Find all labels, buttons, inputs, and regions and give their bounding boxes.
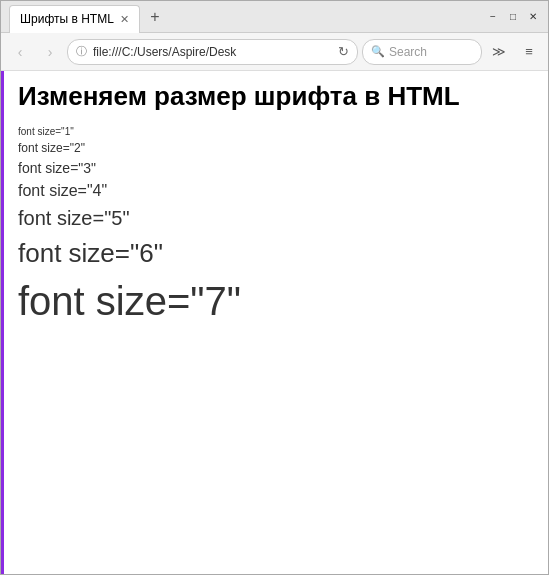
minimize-button[interactable]: − [486,10,500,24]
forward-button[interactable]: › [37,39,63,65]
list-item: font size="6" [18,238,534,269]
back-button[interactable]: ‹ [7,39,33,65]
address-text: file:///C:/Users/Aspire/Desk [93,45,332,59]
browser-window: Шрифты в HTML ✕ + − □ ✕ ‹ › ⓘ file:///C:… [0,0,549,575]
search-icon: 🔍 [371,45,385,58]
title-bar: Шрифты в HTML ✕ + − □ ✕ [1,1,548,33]
list-item: font size="1" [18,126,534,137]
tab-title: Шрифты в HTML [20,12,114,26]
list-item: font size="3" [18,160,534,176]
search-bar[interactable]: 🔍 Search [362,39,482,65]
list-item: font size="5" [18,207,534,230]
page-content: Изменяем размер шрифта в HTML font size=… [1,71,548,574]
search-placeholder: Search [389,45,427,59]
active-tab[interactable]: Шрифты в HTML ✕ [9,5,140,33]
tab-close-icon[interactable]: ✕ [120,14,129,25]
extra-button[interactable]: ≫ [486,39,512,65]
menu-button[interactable]: ≡ [516,39,542,65]
window-controls: − □ ✕ [486,10,540,24]
maximize-button[interactable]: □ [506,10,520,24]
navigation-bar: ‹ › ⓘ file:///C:/Users/Aspire/Desk ↻ 🔍 S… [1,33,548,71]
reload-button[interactable]: ↻ [338,44,349,59]
info-icon: ⓘ [76,44,87,59]
address-bar[interactable]: ⓘ file:///C:/Users/Aspire/Desk ↻ [67,39,358,65]
list-item: font size="2" [18,141,534,155]
close-button[interactable]: ✕ [526,10,540,24]
list-item: font size="7" [18,279,534,324]
new-tab-button[interactable]: + [144,6,166,28]
page-heading: Изменяем размер шрифта в HTML [18,81,534,112]
list-item: font size="4" [18,182,534,200]
